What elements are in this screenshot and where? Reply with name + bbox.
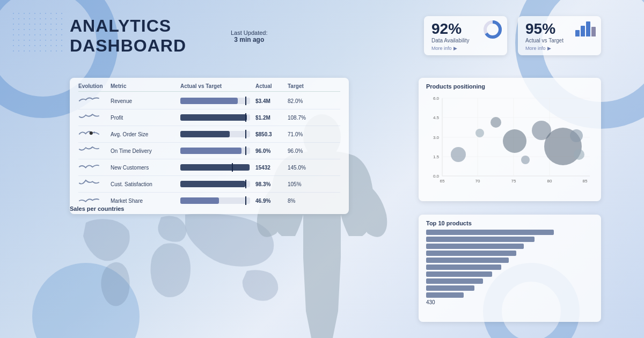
metric-name: Market Share xyxy=(111,198,180,204)
metric-name: On Time Delivery xyxy=(111,148,180,154)
bar-chart-icon xyxy=(575,20,596,36)
top10-list-item xyxy=(426,271,594,277)
evolution-sparkline xyxy=(78,94,111,107)
metric-name: New Customers xyxy=(111,165,180,171)
metrics-table-header: Evolution Metric Actual vs Target Actual… xyxy=(78,83,340,92)
bar4 xyxy=(591,27,596,36)
col-actual-vs-target: Actual vs Target xyxy=(180,83,255,89)
title-line1: ANALYTICS xyxy=(70,16,171,35)
bar3 xyxy=(586,21,590,36)
top10-bar xyxy=(426,251,516,256)
metric-actual-value: $3.4M xyxy=(255,98,288,104)
kpi-data-availability-more[interactable]: More info ▶ xyxy=(431,46,500,51)
scatter-chart-svg: 6.0 4.5 3.0 1.5 0.0 65 70 75 80 85 xyxy=(426,93,592,192)
top10-title: Top 10 products xyxy=(426,220,594,226)
kpi-data-availability: 92% Data Availability More info ▶ xyxy=(424,16,507,55)
progress-bar xyxy=(180,131,250,137)
top10-list-item xyxy=(426,285,594,291)
bar-fill xyxy=(180,197,219,204)
svg-text:0.0: 0.0 xyxy=(433,174,440,179)
top10-panel: Top 10 products 430 xyxy=(419,215,601,322)
metric-actual-value: 96.0% xyxy=(255,148,288,154)
target-line xyxy=(245,180,246,188)
svg-text:1.5: 1.5 xyxy=(433,155,440,159)
metric-actual-value: $850.3 xyxy=(255,131,288,137)
metric-name: Revenue xyxy=(111,98,180,104)
target-line xyxy=(245,196,246,205)
bar2 xyxy=(581,26,585,36)
bar-wrapper xyxy=(180,98,255,104)
top10-list-item xyxy=(426,230,594,235)
col-metric: Metric xyxy=(111,83,180,89)
top10-rows: 430 xyxy=(426,230,594,305)
progress-bar xyxy=(180,181,250,187)
top10-bar xyxy=(426,292,464,298)
top10-bar xyxy=(426,264,501,270)
target-line xyxy=(245,130,246,138)
bar-wrapper xyxy=(180,181,255,187)
top10-bar xyxy=(426,230,554,235)
metric-actual-value: 15432 xyxy=(255,165,288,171)
table-row: On Time Delivery 96.0% 96.0% xyxy=(78,143,340,159)
top10-bar xyxy=(426,258,509,263)
bar-wrapper xyxy=(180,131,255,137)
metric-name: Cust. Satisfaction xyxy=(111,181,180,187)
dashboard-title: ANALYTICS DASHBOARD xyxy=(70,16,186,56)
svg-text:80: 80 xyxy=(547,179,552,183)
table-row: Avg. Order Size $850.3 71.0% xyxy=(78,126,340,143)
evolution-sparkline xyxy=(78,144,111,157)
metric-target-value: 96.0% xyxy=(288,148,325,154)
top10-list-item xyxy=(426,251,594,256)
last-updated-section: Last Updated: 3 min ago xyxy=(231,30,268,43)
title-line2: DASHBOARD xyxy=(70,36,186,55)
svg-text:85: 85 xyxy=(583,179,588,183)
metric-target-value: 8% xyxy=(288,198,325,204)
bar-fill xyxy=(180,98,238,104)
metric-target-value: 82.0% xyxy=(288,98,325,104)
top10-bar xyxy=(426,271,492,277)
metric-actual-value: 46.9% xyxy=(255,198,288,204)
deco-dots xyxy=(11,11,64,54)
last-updated-label: Last Updated: xyxy=(231,30,268,36)
kpi-actual-vs-target: 95% Actual vs Target More info ▶ xyxy=(518,16,601,55)
kpi-actual-vs-target-more[interactable]: More info ▶ xyxy=(525,46,594,51)
target-line xyxy=(245,113,246,122)
table-row: Revenue $3.4M 82.0% xyxy=(78,93,340,109)
metric-target-value: 108.7% xyxy=(288,115,325,121)
top10-list-item xyxy=(426,264,594,270)
svg-text:65: 65 xyxy=(440,179,445,183)
bar-fill xyxy=(180,131,230,137)
progress-bar xyxy=(180,148,250,154)
metric-name: Profit xyxy=(111,115,180,121)
metric-target-value: 105% xyxy=(288,181,325,187)
bar-wrapper xyxy=(180,148,255,154)
svg-point-24 xyxy=(475,129,484,137)
target-line xyxy=(245,146,246,155)
table-row: Profit $1.2M 108.7% xyxy=(78,109,340,126)
bar1 xyxy=(575,30,580,36)
scatter-chart-title: Products positioning xyxy=(426,83,594,90)
donut-chart-icon xyxy=(482,19,503,40)
metrics-table: Evolution Metric Actual vs Target Actual… xyxy=(70,78,349,214)
svg-point-23 xyxy=(451,147,466,162)
target-line xyxy=(245,97,246,105)
metrics-rows: Revenue $3.4M 82.0% Profit $1.2M 108.7% xyxy=(78,93,340,209)
evolution-sparkline xyxy=(78,178,111,190)
metric-name: Avg. Order Size xyxy=(111,131,180,137)
bar-wrapper xyxy=(180,114,255,121)
target-line xyxy=(232,163,233,172)
metric-actual-value: 98.3% xyxy=(255,181,288,187)
svg-point-25 xyxy=(491,117,501,128)
top10-bar xyxy=(426,278,483,284)
metric-actual-value: $1.2M xyxy=(255,115,288,121)
svg-point-26 xyxy=(503,129,526,153)
top10-bar xyxy=(426,244,524,249)
bar-wrapper xyxy=(180,164,255,171)
evolution-sparkline xyxy=(78,128,111,141)
svg-point-30 xyxy=(570,129,583,142)
svg-text:6.0: 6.0 xyxy=(433,96,440,101)
top10-list-item xyxy=(426,292,594,298)
svg-point-3 xyxy=(90,131,93,135)
svg-text:70: 70 xyxy=(475,179,480,183)
metric-target-value: 145.0% xyxy=(288,165,325,171)
